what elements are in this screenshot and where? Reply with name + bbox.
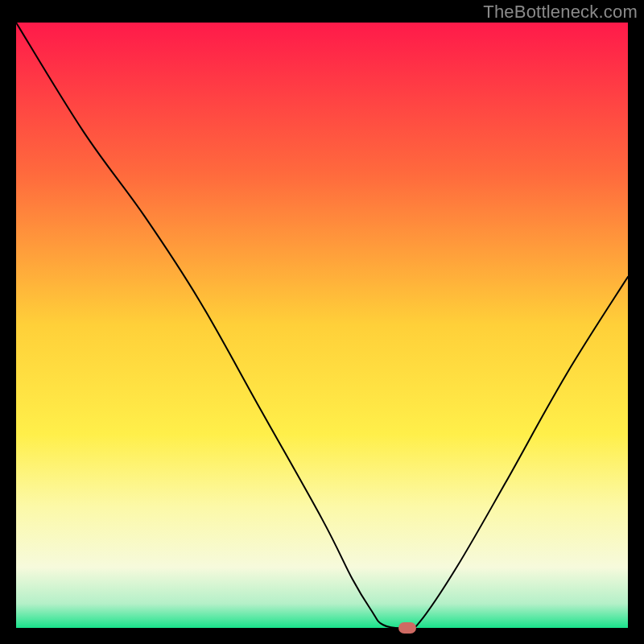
attribution-label: TheBottleneck.com — [483, 2, 638, 23]
bottleneck-plot — [16, 23, 628, 628]
chart-frame: TheBottleneck.com — [0, 0, 644, 644]
gradient-background — [16, 23, 628, 628]
optimal-marker — [398, 622, 416, 634]
plot-svg — [16, 23, 628, 628]
